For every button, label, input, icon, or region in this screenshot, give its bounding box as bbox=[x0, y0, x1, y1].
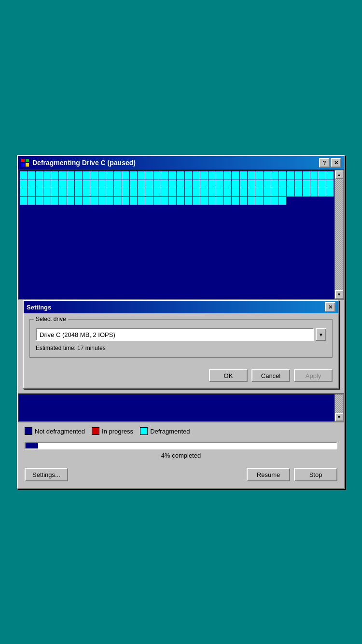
grid-cell bbox=[20, 180, 27, 188]
grid-cell bbox=[169, 248, 176, 256]
grid-cell bbox=[145, 395, 153, 401]
grid-cell bbox=[303, 408, 310, 414]
grid-cell bbox=[90, 256, 97, 264]
grid-cell bbox=[153, 415, 161, 420]
grid-cell bbox=[224, 205, 231, 213]
grid-cell bbox=[36, 180, 43, 188]
grid-cell bbox=[318, 415, 325, 420]
grid-cell bbox=[28, 265, 35, 273]
grid-cell bbox=[279, 273, 286, 281]
grid-cell bbox=[145, 402, 153, 407]
grid-cell bbox=[90, 402, 97, 407]
grid-cell bbox=[209, 290, 216, 298]
grid-cell bbox=[20, 395, 27, 401]
grid-cell bbox=[264, 231, 271, 239]
grid-cell bbox=[83, 231, 90, 239]
grid-cell bbox=[318, 205, 325, 213]
grid-cell bbox=[232, 395, 239, 401]
bottom-scroll-down-button[interactable]: ▼ bbox=[335, 413, 344, 421]
grid-cell bbox=[264, 248, 271, 256]
grid-cell bbox=[200, 395, 208, 401]
grid-cell bbox=[59, 171, 66, 180]
grid-cell bbox=[279, 402, 286, 407]
grid-cell bbox=[224, 256, 231, 264]
stop-button[interactable]: Stop bbox=[294, 468, 337, 481]
grid-cell bbox=[303, 171, 310, 180]
settings-button[interactable]: Settings... bbox=[25, 468, 68, 481]
grid-cell bbox=[169, 188, 176, 196]
grid-cell bbox=[130, 395, 137, 401]
resume-button[interactable]: Resume bbox=[247, 468, 290, 481]
ok-button[interactable]: OK bbox=[209, 369, 248, 382]
grid-cell bbox=[130, 239, 137, 247]
grid-cell bbox=[28, 415, 35, 420]
grid-cell bbox=[216, 248, 223, 256]
grid-cell bbox=[185, 408, 192, 414]
grid-cell bbox=[200, 239, 208, 247]
grid-cell bbox=[51, 273, 58, 281]
cancel-button[interactable]: Cancel bbox=[251, 369, 290, 382]
bottom-buttons: Settings... Resume Stop bbox=[18, 463, 344, 488]
apply-button[interactable]: Apply bbox=[294, 369, 333, 382]
grid-cell bbox=[169, 408, 176, 414]
grid-cell bbox=[255, 290, 263, 298]
grid-cell bbox=[248, 273, 255, 281]
grid-cell bbox=[114, 239, 121, 247]
grid-cell bbox=[98, 222, 106, 230]
grid-cell bbox=[67, 290, 74, 298]
scroll-up-button[interactable]: ▲ bbox=[335, 170, 344, 179]
grid-cell bbox=[20, 290, 27, 298]
grid-cell bbox=[59, 402, 66, 407]
grid-cell bbox=[122, 214, 129, 222]
grid-cell bbox=[122, 281, 129, 290]
grid-cell bbox=[209, 231, 216, 239]
grid-cell bbox=[295, 239, 302, 247]
grid-cell bbox=[279, 222, 286, 230]
grid-cell bbox=[255, 222, 263, 230]
grid-cell bbox=[287, 180, 294, 188]
grid-cell bbox=[153, 188, 161, 196]
grid-cell bbox=[248, 239, 255, 247]
grid-cell bbox=[51, 180, 58, 188]
settings-close-button[interactable]: ✕ bbox=[325, 302, 335, 312]
grid-cell bbox=[264, 273, 271, 281]
scroll-down-button[interactable]: ▼ bbox=[335, 290, 344, 299]
drive-dropdown-button[interactable]: ▼ bbox=[316, 328, 326, 341]
grid-cell bbox=[90, 239, 97, 247]
grid-cell bbox=[264, 281, 271, 290]
grid-cell bbox=[232, 402, 239, 407]
app-icon bbox=[21, 158, 29, 167]
drive-select-input[interactable] bbox=[36, 328, 314, 341]
grid-cell bbox=[67, 415, 74, 420]
grid-cell bbox=[185, 395, 192, 401]
close-button[interactable]: ✕ bbox=[331, 158, 341, 168]
grid-cell bbox=[122, 248, 129, 256]
help-button[interactable]: ? bbox=[319, 158, 330, 168]
grid-cell bbox=[51, 256, 58, 264]
grid-cell bbox=[67, 197, 74, 205]
grid-cell bbox=[169, 197, 176, 205]
grid-cell bbox=[36, 395, 43, 401]
grid-cell bbox=[153, 395, 161, 401]
grid-cell bbox=[130, 265, 137, 273]
grid-cell bbox=[36, 222, 43, 230]
grid-cell bbox=[264, 214, 271, 222]
grid-cell bbox=[248, 171, 255, 180]
grid-cell bbox=[138, 171, 145, 180]
grid-cell bbox=[161, 205, 168, 213]
grid-cell bbox=[193, 415, 200, 420]
grid-cell bbox=[193, 273, 200, 281]
grid-cell bbox=[43, 281, 51, 290]
grid-cell bbox=[295, 205, 302, 213]
grid-cell bbox=[326, 248, 334, 256]
grid-cell bbox=[177, 231, 184, 239]
grid-cell bbox=[20, 265, 27, 273]
grid-cell bbox=[98, 180, 106, 188]
grid-cell bbox=[216, 214, 223, 222]
grid-cell bbox=[106, 188, 113, 196]
grid-cell bbox=[185, 188, 192, 196]
grid-cell bbox=[185, 290, 192, 298]
grid-cell bbox=[169, 256, 176, 264]
grid-cell bbox=[51, 214, 58, 222]
grid-cell bbox=[271, 402, 278, 407]
